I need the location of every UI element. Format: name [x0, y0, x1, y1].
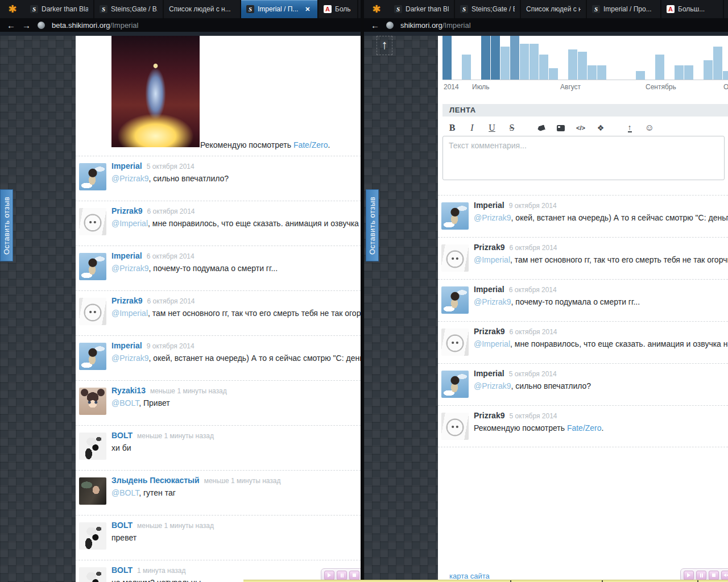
activity-bar [684, 65, 693, 80]
browser-tab-список-людей-с-н-[interactable]: Список людей с н... [164, 0, 241, 18]
mention-link[interactable]: @BOLT [111, 488, 139, 497]
comment-username[interactable]: Imperial [474, 369, 504, 378]
avatar-zlyden[interactable] [79, 477, 106, 505]
mention-link[interactable]: @Imperial [474, 255, 510, 264]
mention-link[interactable]: @Prizrak9 [474, 213, 511, 222]
comment-username[interactable]: Imperial [111, 341, 142, 350]
toolbar-bold-button[interactable]: B [446, 122, 458, 134]
mention-link[interactable]: @Prizrak9 [111, 354, 149, 363]
pause-icon [341, 573, 342, 577]
player-rewind-button[interactable] [721, 571, 728, 580]
fate-zero-link[interactable]: Fate/Zero [293, 140, 328, 149]
browser-tab-darker-than-bla-[interactable]: SDarker than Bla... [389, 0, 455, 18]
tab-label: Больш... [678, 5, 705, 13]
player-pause-button[interactable] [337, 571, 347, 580]
player-stop-button[interactable] [709, 571, 719, 580]
scroll-to-top-arrow[interactable]: ↑ [377, 36, 392, 55]
toolbar-code-button[interactable]: </> [574, 122, 587, 134]
toolbar-italic-button[interactable]: I [466, 122, 478, 134]
browser-tab-steins-gate-b-[interactable]: SSteins;Gate / B... [455, 0, 521, 18]
back-button[interactable]: ← [7, 20, 15, 30]
browser-tab-steins-gate-b-[interactable]: SSteins;Gate / B... [94, 0, 164, 18]
comment-username[interactable]: Ryzaki13 [111, 386, 146, 395]
mention-link[interactable]: @Imperial [111, 219, 148, 228]
feedback-tab[interactable]: Оставить отзыв [0, 189, 13, 261]
avatar-bolt[interactable] [79, 567, 106, 582]
player-play-button[interactable] [324, 571, 334, 580]
toolbar-strike-button[interactable]: S [506, 122, 518, 134]
mention-link[interactable]: @Imperial [111, 309, 148, 318]
browser-tab-imperial-про-[interactable]: SImperial / Про... [587, 0, 661, 18]
browser-tab-список-людей-с-н-[interactable]: Список людей с н... [521, 0, 587, 18]
back-button[interactable]: ← [371, 20, 379, 30]
comment-input[interactable] [442, 136, 725, 180]
toolbar-tag-button[interactable] [535, 122, 547, 134]
comment-username[interactable]: Prizrak9 [111, 296, 142, 305]
comment-username[interactable]: BOLT [111, 521, 133, 530]
comment-username[interactable]: Prizrak9 [474, 243, 504, 252]
comment-username[interactable]: Злыдень Песюкастый [111, 476, 200, 485]
mention-link[interactable]: @Prizrak9 [111, 174, 149, 183]
forward-button[interactable]: → [22, 20, 31, 30]
avatar-bolt[interactable] [79, 522, 106, 550]
mention-link[interactable]: @Prizrak9 [111, 264, 149, 273]
feedback-tab[interactable]: Оставить отзыв [366, 189, 379, 261]
comment-username[interactable]: BOLT [111, 431, 133, 440]
avatar-bolt[interactable] [79, 433, 106, 460]
fate-zero-poster-image[interactable] [111, 36, 200, 147]
mention-link[interactable]: @Imperial [474, 339, 510, 348]
avatar-prizrak9[interactable] [79, 298, 106, 325]
firefox-menu-button[interactable]: ✱ [364, 0, 389, 18]
mention-link[interactable]: @BOLT [111, 398, 139, 408]
avatar-ryzaki13[interactable] [79, 388, 106, 415]
player-stop-button[interactable] [349, 571, 359, 580]
play-icon [328, 573, 331, 577]
url-domain: shikimori.org [400, 21, 442, 30]
browser-tab-больш-[interactable]: AБольш... [661, 0, 724, 18]
avatar-imperial[interactable] [441, 202, 469, 230]
avatar-prizrak9[interactable] [441, 244, 469, 272]
comment-body: Ryzaki13меньше 1 минуты назад@BOLT, Прив… [111, 381, 361, 408]
avatar-prizrak9[interactable] [441, 413, 469, 440]
comment-message: превет [111, 533, 361, 542]
strike-icon: S [510, 123, 515, 133]
comment-username[interactable]: Imperial [474, 201, 504, 210]
avatar-imperial[interactable] [441, 286, 469, 314]
firefox-icon: ✱ [372, 3, 380, 15]
comment-username[interactable]: Imperial [111, 251, 142, 260]
avatar-imperial[interactable] [441, 371, 469, 398]
url-field[interactable]: beta.shikimori.org/Imperial [52, 21, 138, 30]
comment-username[interactable]: BOLT [111, 566, 133, 575]
firefox-menu-button[interactable]: ✱ [0, 0, 25, 18]
comment-username[interactable]: Prizrak9 [474, 327, 504, 336]
avatar-prizrak9[interactable] [79, 208, 106, 235]
toolbar-smiley-button[interactable]: ☺ [643, 122, 656, 134]
toolbar-underline-button[interactable]: U [486, 122, 498, 134]
mention-link[interactable]: @Prizrak9 [474, 381, 511, 390]
sitemap-link[interactable]: карта сайта [449, 572, 490, 580]
toolbar-upload-button[interactable]: ↑ [623, 122, 636, 134]
avatar-imperial[interactable] [79, 253, 106, 280]
comment-username[interactable]: Imperial [474, 285, 504, 294]
mention-link[interactable]: @Prizrak9 [474, 297, 511, 306]
browser-window-right: ✱ SDarker than Bla...SSteins;Gate / B...… [361, 0, 728, 582]
avatar-imperial[interactable] [79, 163, 106, 190]
comment-username[interactable]: Prizrak9 [474, 411, 504, 420]
avatar-imperial[interactable] [79, 343, 106, 370]
browser-tab-darker-than-bla-[interactable]: SDarker than Bla... [25, 0, 94, 18]
upload-icon: ↑ [628, 124, 632, 132]
activity-bar [520, 44, 529, 80]
toolbar-dropbox-button[interactable]: ❖ [594, 122, 607, 134]
url-field[interactable]: shikimori.org/Imperial [400, 21, 471, 30]
player-pause-button[interactable] [696, 571, 706, 580]
comment-username[interactable]: Prizrak9 [111, 206, 142, 215]
tab-close-icon[interactable]: ✕ [305, 6, 310, 13]
browser-tab-imperial-п-[interactable]: SImperial / П...✕ [241, 0, 318, 18]
comment-username[interactable]: Imperial [111, 161, 142, 171]
player-play-button[interactable] [684, 571, 694, 580]
avatar-prizrak9[interactable] [441, 329, 469, 356]
fate-zero-link[interactable]: Fate/Zero [567, 423, 602, 433]
toolbar-image-button[interactable] [555, 122, 567, 134]
comment-message: @Prizrak9, окей, встанет на очередь) А т… [111, 354, 361, 363]
browser-tab-боль[interactable]: AБоль [318, 0, 358, 18]
